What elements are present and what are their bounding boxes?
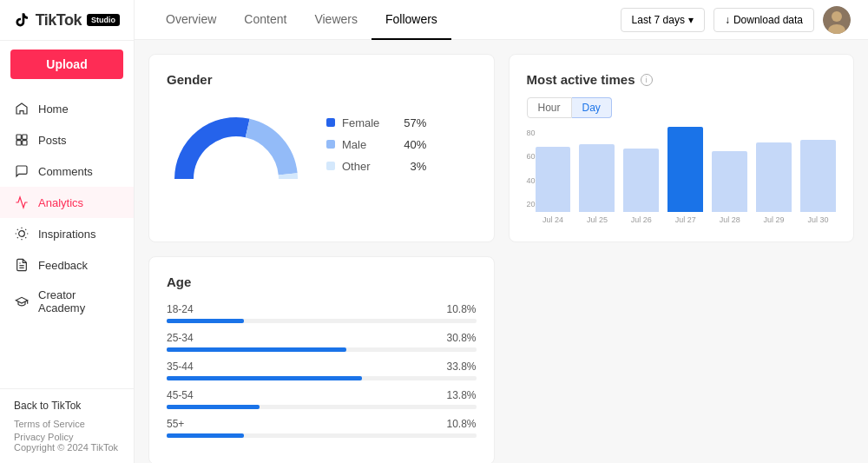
bar-chart: Jul 24Jul 25Jul 26Jul 27Jul 28Jul 29Jul … [536,129,836,224]
svg-line-12 [25,229,26,230]
age-bar-track [167,319,477,323]
age-range-label: 25-34 [167,332,194,344]
main-content: Overview Content Viewers Followers Last … [135,0,868,463]
bar [536,147,571,212]
terms-link[interactable]: Terms of Service [14,419,120,429]
sidebar-item-creator-academy-label: Creator Academy [38,288,120,314]
age-row-header: 55+ 10.8% [167,418,477,430]
avatar[interactable] [823,6,851,34]
nav-section: Home Posts Comments Analytics Inspiratio… [0,88,134,388]
legend-item-male: Male 40% [326,138,426,151]
privacy-link[interactable]: Privacy Policy [14,432,120,442]
age-bar-track [167,347,477,352]
age-row: 45-54 13.8% [167,389,477,409]
top-nav: Overview Content Viewers Followers Last … [135,0,868,40]
posts-icon [14,132,30,148]
tab-content[interactable]: Content [230,0,300,40]
legend-item-other: Other 3% [326,160,426,173]
bar-label: Jul 27 [675,215,696,224]
content-area: Gender [135,40,868,463]
tab-overview[interactable]: Overview [152,0,230,40]
top-actions: Last 7 days ▾ ↓ Download data [621,6,851,34]
bar-col: Jul 25 [579,144,615,224]
copyright-text: Copyright © 2024 TikTok [14,442,118,453]
bar-col: Jul 26 [623,149,659,224]
sidebar-item-feedback[interactable]: Feedback [0,249,134,281]
toggle-group: Hour Day [527,97,837,118]
age-title: Age [167,274,477,289]
age-bar-fill [167,405,260,409]
download-icon: ↓ [725,14,730,26]
toggle-day-button[interactable]: Day [572,97,612,118]
sidebar-item-home-label: Home [38,103,69,116]
sidebar-item-analytics[interactable]: Analytics [0,187,134,218]
age-row: 55+ 10.8% [167,418,477,438]
tiktok-logo-icon [14,10,30,30]
tab-followers[interactable]: Followers [372,0,451,40]
gender-card: Gender [148,54,495,242]
age-range-label: 35-44 [167,360,194,373]
svg-rect-2 [16,141,21,145]
date-range-button[interactable]: Last 7 days ▾ [621,8,705,32]
age-percentage: 30.8% [446,332,476,344]
comments-icon [14,163,30,179]
bar-label: Jul 26 [631,215,652,224]
toggle-hour-button[interactable]: Hour [527,97,572,118]
y-axis: 80 60 40 20 [527,129,536,224]
svg-point-16 [832,11,842,22]
sidebar-item-home[interactable]: Home [0,93,134,124]
sidebar-item-comments[interactable]: Comments [0,155,134,187]
back-to-tiktok-link[interactable]: Back to TikTok [14,400,120,412]
sidebar-item-inspirations-label: Inspirations [38,228,95,241]
svg-line-7 [17,229,18,230]
age-bar-track [167,433,477,438]
svg-rect-1 [23,135,27,139]
age-row-header: 35-44 33.8% [167,360,477,373]
bar [623,149,659,212]
gender-donut-chart [167,101,306,188]
sidebar-item-posts-label: Posts [38,134,67,147]
age-row: 18-24 10.8% [167,303,477,323]
tab-viewers[interactable]: Viewers [300,0,372,40]
female-dot [326,118,335,127]
sidebar-item-posts[interactable]: Posts [0,124,134,155]
gender-legend: Female 57% Male 40% Other 3% [326,116,426,173]
age-bar-track [167,405,477,409]
age-percentage: 10.8% [446,303,476,315]
sidebar-item-comments-label: Comments [38,165,93,178]
bar-label: Jul 30 [807,215,828,224]
feedback-icon [14,257,30,273]
age-row: 35-44 33.8% [167,360,477,380]
bar-chart-area: 80 60 40 20 Jul 24Jul 25Jul 26Jul 27Jul … [527,129,837,224]
age-percentage: 13.8% [446,389,476,401]
svg-rect-0 [16,135,21,139]
upload-button[interactable]: Upload [10,50,123,79]
bar-label: Jul 24 [542,215,563,224]
legend-item-female: Female 57% [326,116,426,129]
sidebar-item-inspirations[interactable]: Inspirations [0,218,134,249]
bar [667,127,703,212]
analytics-icon [14,195,30,210]
bar-col: Jul 29 [756,142,792,224]
age-row: 25-34 30.8% [167,332,477,352]
bar-label: Jul 25 [587,215,608,224]
age-row-header: 18-24 10.8% [167,303,477,315]
svg-line-8 [25,237,26,238]
sidebar-item-analytics-label: Analytics [38,196,83,209]
sidebar-item-creator-academy[interactable]: Creator Academy [0,281,134,322]
age-row-header: 45-54 13.8% [167,389,477,401]
sidebar-item-feedback-label: Feedback [38,259,88,272]
logo-area: TikTok Studio [0,0,134,41]
sidebar: TikTok Studio Upload Home Posts Comments [0,0,135,463]
age-card: Age 18-24 10.8% 25-34 30.8% 35-44 33.8% [148,256,495,463]
age-range-label: 18-24 [167,303,194,315]
other-dot [326,162,335,170]
bar [579,144,615,212]
bar [756,142,792,212]
download-data-button[interactable]: ↓ Download data [713,8,814,32]
info-icon[interactable]: i [641,74,653,86]
age-percentage: 10.8% [446,418,476,430]
bar-col: Jul 24 [536,147,571,224]
home-icon [14,101,30,116]
bar-label: Jul 29 [764,215,785,224]
